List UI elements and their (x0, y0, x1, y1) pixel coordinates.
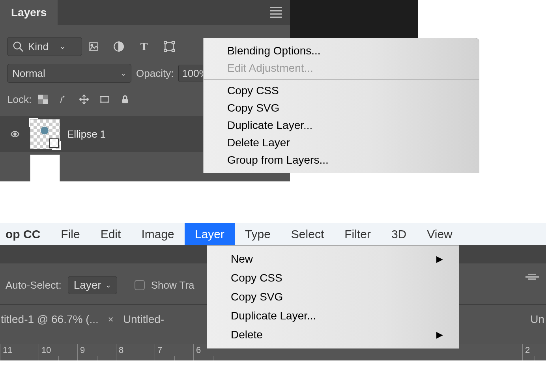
menu-file[interactable]: File (50, 223, 90, 245)
layer-thumbnail[interactable] (30, 119, 60, 149)
svg-rect-18 (122, 99, 128, 103)
show-transform-label: Show Tra (151, 279, 194, 291)
menu-item-label: Delete (231, 329, 263, 341)
layers-tab[interactable]: Layers (0, 0, 58, 25)
type-filter-icon[interactable]: T (137, 41, 151, 52)
panel-menu-icon[interactable] (270, 7, 282, 18)
adjustment-filter-icon[interactable] (112, 41, 125, 52)
svg-rect-8 (164, 49, 166, 52)
menubar-screenshot: op CC File Edit Image Layer Type Select … (0, 223, 546, 361)
document-tab[interactable]: titled-1 @ 66.7% (... (1, 313, 99, 326)
svg-point-3 (91, 45, 93, 46)
menu-item-copy-svg[interactable]: Copy SVG (207, 287, 459, 306)
svg-point-19 (13, 133, 17, 136)
layer-thumbnail[interactable] (30, 155, 60, 181)
submenu-arrow-icon: ▶ (436, 254, 443, 264)
show-transform-checkbox[interactable] (135, 280, 145, 290)
svg-rect-13 (101, 97, 108, 102)
svg-rect-11 (38, 95, 43, 99)
ruler-tick: 10 (39, 344, 77, 360)
menu-item-label: New (231, 253, 253, 265)
menu-item-blending-options[interactable]: Blending Options... (204, 42, 479, 60)
ruler-tick: 11 (0, 344, 39, 360)
auto-select-value: Layer (74, 279, 101, 291)
svg-rect-12 (43, 99, 48, 104)
filter-type-icons: T (87, 41, 176, 52)
svg-rect-6 (164, 41, 166, 44)
chevron-down-icon: ⌄ (120, 69, 126, 78)
menu-image[interactable]: Image (131, 223, 184, 245)
layer-dropdown-menu: New ▶ Copy CSS Copy SVG Duplicate Layer.… (207, 245, 459, 349)
lock-position-icon[interactable] (78, 93, 90, 105)
chevron-down-icon: ⌄ (105, 281, 111, 289)
blend-mode-value: Normal (12, 67, 45, 80)
lock-artboard-icon[interactable] (99, 93, 110, 105)
lock-transparency-icon[interactable] (37, 93, 49, 105)
menu-filter[interactable]: Filter (334, 223, 381, 245)
lock-pixels-icon[interactable] (58, 93, 69, 105)
auto-select-dropdown[interactable]: Layer ⌄ (68, 276, 117, 294)
auto-select-label: Auto-Select: (6, 279, 62, 291)
visibility-toggle-icon[interactable] (7, 129, 23, 139)
svg-rect-7 (172, 41, 174, 44)
document-tab[interactable]: Untitled- (123, 313, 164, 326)
lock-label: Lock: (7, 93, 32, 106)
layer-context-menu: Blending Options... Edit Adjustment... C… (203, 38, 479, 173)
menu-item-copy-css[interactable]: Copy CSS (204, 82, 479, 99)
menu-type[interactable]: Type (235, 223, 281, 245)
align-icon[interactable] (522, 274, 542, 280)
panel-tab-bar: Layers (0, 0, 290, 25)
app-name-menu[interactable]: op CC (0, 223, 50, 245)
menu-item-delete[interactable]: Delete ▶ (207, 325, 459, 344)
menu-item-copy-svg[interactable]: Copy SVG (204, 99, 479, 117)
menu-item-edit-adjustment: Edit Adjustment... (204, 60, 479, 77)
menu-layer[interactable]: Layer (185, 223, 235, 245)
layer-name[interactable]: Ellipse 1 (67, 128, 106, 140)
blend-mode-dropdown[interactable]: Normal ⌄ (7, 64, 131, 83)
menu-select[interactable]: Select (281, 223, 334, 245)
menu-item-new[interactable]: New ▶ (207, 250, 459, 269)
filter-kind-label: Kind (28, 41, 49, 53)
ruler-tick: 7 (155, 344, 193, 360)
svg-rect-9 (172, 49, 174, 52)
menu-item-delete-layer[interactable]: Delete Layer (204, 134, 479, 151)
chevron-down-icon: ⌄ (60, 42, 65, 51)
ruler-tick: 8 (116, 344, 155, 360)
submenu-arrow-icon: ▶ (436, 330, 443, 340)
filter-kind-dropdown[interactable]: Kind ⌄ (7, 37, 82, 56)
menu-item-duplicate-layer[interactable]: Duplicate Layer... (207, 306, 459, 325)
lock-icons-group (37, 93, 131, 105)
layers-panel-screenshot: Layers Kind ⌄ T (0, 0, 546, 181)
menu-item-label: Copy SVG (231, 291, 283, 303)
document-tab[interactable]: Un (530, 313, 546, 326)
ruler-tick: 2 (522, 344, 546, 360)
menu-item-group-from-layers[interactable]: Group from Layers... (204, 151, 479, 169)
shape-filter-icon[interactable] (163, 41, 176, 52)
pixel-filter-icon[interactable] (87, 41, 100, 52)
menu-edit[interactable]: Edit (90, 223, 131, 245)
svg-point-0 (14, 42, 21, 49)
svg-line-1 (20, 48, 23, 52)
mac-menubar: op CC File Edit Image Layer Type Select … (0, 223, 546, 245)
menu-separator (204, 79, 479, 80)
lock-all-icon[interactable] (119, 93, 131, 105)
menu-item-label: Duplicate Layer... (231, 310, 316, 322)
ruler-tick: 9 (77, 344, 116, 360)
menu-view[interactable]: View (417, 223, 462, 245)
menu-item-copy-css[interactable]: Copy CSS (207, 269, 459, 287)
menu-item-label: Copy CSS (231, 272, 282, 284)
close-tab-icon[interactable]: × (107, 314, 115, 325)
menu-item-duplicate-layer[interactable]: Duplicate Layer... (204, 117, 479, 134)
search-icon (12, 41, 24, 52)
opacity-label: Opacity: (136, 67, 174, 80)
menu-3d[interactable]: 3D (381, 223, 417, 245)
